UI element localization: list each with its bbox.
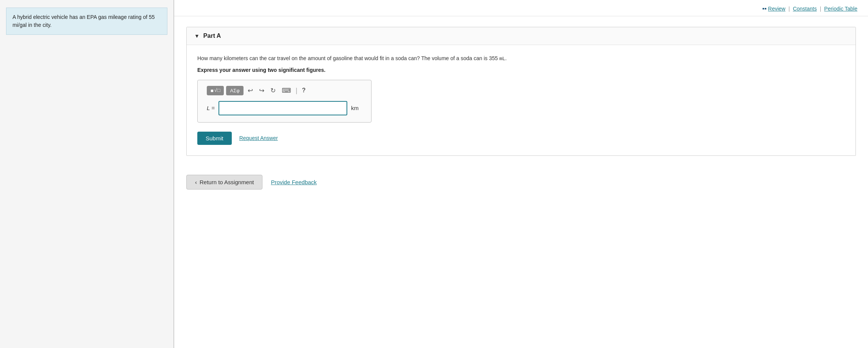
eq-label: L = <box>207 105 215 111</box>
provide-feedback-button[interactable]: Provide Feedback <box>271 179 317 185</box>
greek-symbols-button[interactable]: ΑΣφ <box>226 86 243 95</box>
math-toolbar: ■ √□ ΑΣφ ↩ ↪ ↻ <box>204 85 365 96</box>
part-a-section: ▼ Part A How many kilometers can the car… <box>186 27 856 156</box>
math-input-label: √□ <box>214 88 220 93</box>
context-text: A hybrid electric vehicle has an EPA gas… <box>12 14 155 28</box>
action-row: Submit Request Answer <box>197 132 845 145</box>
undo-icon: ↩ <box>248 87 253 95</box>
part-a-body: How many kilometers can the car travel o… <box>187 45 856 155</box>
answer-box: ■ √□ ΑΣφ ↩ ↪ ↻ <box>197 80 372 123</box>
constants-link[interactable]: Constants <box>793 6 817 12</box>
return-label: Return to Assignment <box>200 179 254 185</box>
bottom-actions: ‹ Return to Assignment Provide Feedback <box>186 168 856 190</box>
help-button[interactable]: ? <box>300 86 308 95</box>
math-input-icon: ■ <box>211 88 214 93</box>
submit-button[interactable]: Submit <box>197 132 232 145</box>
return-chevron-icon: ‹ <box>195 179 197 185</box>
reset-button[interactable]: ↻ <box>269 85 278 96</box>
unit-label: km <box>351 105 359 111</box>
keyboard-icon: ⌨ <box>282 87 291 95</box>
instruction-text: Express your answer using two significan… <box>197 67 845 73</box>
main-content: ▼ Part A How many kilometers can the car… <box>174 16 868 348</box>
top-bar: ▪▪ Review | Constants | Periodic Table <box>174 0 868 16</box>
part-a-header: ▼ Part A <box>187 27 856 45</box>
sep-2: | <box>820 6 821 12</box>
help-icon: ? <box>302 87 306 93</box>
math-input-button[interactable]: ■ √□ <box>207 86 224 95</box>
toolbar-sep: | <box>296 87 298 95</box>
input-row: L = km <box>204 101 365 115</box>
periodic-table-link[interactable]: Periodic Table <box>824 6 857 12</box>
request-answer-button[interactable]: Request Answer <box>239 135 278 141</box>
part-a-chevron-icon[interactable]: ▼ <box>194 33 200 39</box>
answer-input[interactable] <box>219 101 347 115</box>
review-icon: ▪▪ <box>762 5 767 12</box>
redo-icon: ↪ <box>259 87 264 95</box>
left-panel: A hybrid electric vehicle has an EPA gas… <box>0 0 174 348</box>
return-to-assignment-button[interactable]: ‹ Return to Assignment <box>186 175 262 190</box>
keyboard-button[interactable]: ⌨ <box>280 85 293 96</box>
question-text: How many kilometers can the car travel o… <box>197 54 845 63</box>
sep-1: | <box>788 6 790 12</box>
context-box: A hybrid electric vehicle has an EPA gas… <box>6 8 167 35</box>
part-a-title: Part A <box>203 33 221 39</box>
undo-button[interactable]: ↩ <box>246 85 255 96</box>
review-link[interactable]: Review <box>768 6 785 12</box>
top-bar-links: ▪▪ Review | Constants | Periodic Table <box>762 5 857 12</box>
right-panel: ▪▪ Review | Constants | Periodic Table ▼… <box>174 0 868 348</box>
redo-button[interactable]: ↪ <box>257 85 266 96</box>
reset-icon: ↻ <box>270 87 276 95</box>
